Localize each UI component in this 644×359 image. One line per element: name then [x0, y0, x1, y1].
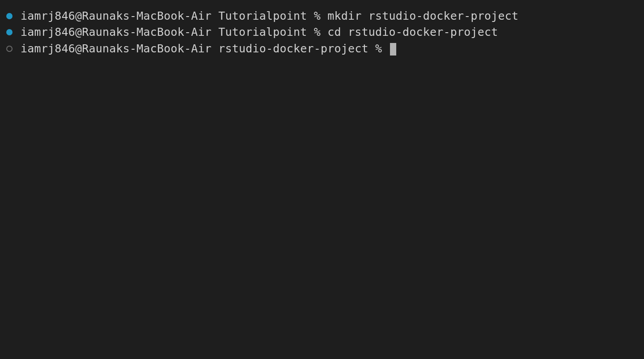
terminal-line-text: iamrj846@Raunaks-MacBook-Air Tutorialpoi…: [21, 8, 518, 24]
cursor-icon[interactable]: [390, 43, 396, 56]
prompt-text: iamrj846@Raunaks-MacBook-Air Tutorialpoi…: [21, 9, 327, 22]
command-text: mkdir rstudio-docker-project: [327, 9, 518, 22]
prompt-text: iamrj846@Raunaks-MacBook-Air rstudio-doc…: [21, 42, 389, 55]
terminal-window[interactable]: iamrj846@Raunaks-MacBook-Air Tutorialpoi…: [6, 8, 638, 57]
terminal-line-text: iamrj846@Raunaks-MacBook-Air rstudio-doc…: [21, 41, 396, 57]
prompt-bullet-icon: [6, 29, 13, 35]
terminal-line: iamrj846@Raunaks-MacBook-Air rstudio-doc…: [6, 41, 638, 57]
prompt-bullet-icon: [6, 13, 13, 19]
command-text: cd rstudio-docker-project: [327, 26, 498, 38]
terminal-line: iamrj846@Raunaks-MacBook-Air Tutorialpoi…: [6, 24, 638, 40]
terminal-line-text: iamrj846@Raunaks-MacBook-Air Tutorialpoi…: [21, 24, 498, 40]
prompt-bullet-icon: [6, 46, 13, 52]
terminal-line: iamrj846@Raunaks-MacBook-Air Tutorialpoi…: [6, 8, 638, 24]
prompt-text: iamrj846@Raunaks-MacBook-Air Tutorialpoi…: [21, 26, 327, 38]
